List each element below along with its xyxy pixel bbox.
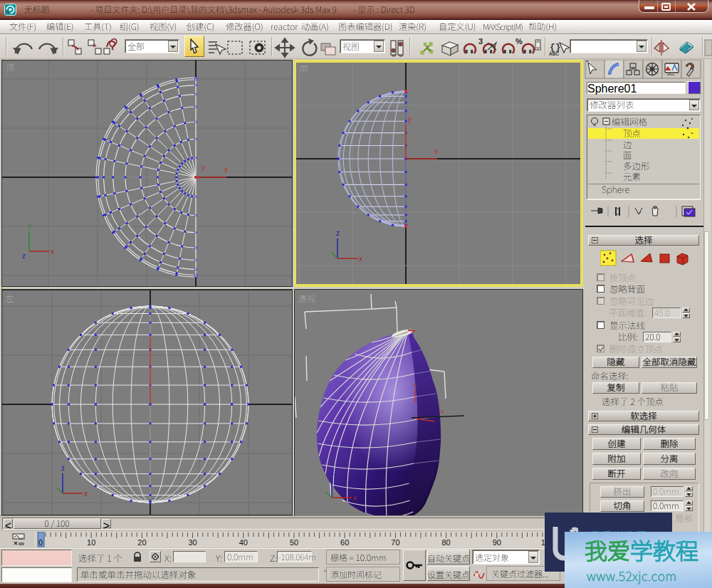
svg-text:x: x — [441, 408, 444, 415]
svg-text:30: 30 — [188, 538, 197, 547]
svg-text:50: 50 — [290, 538, 298, 547]
svg-text:x: x — [51, 248, 54, 256]
svg-text:z: z — [414, 382, 417, 389]
svg-text:y: y — [201, 164, 205, 172]
svg-text:x: x — [84, 490, 88, 498]
svg-text:z: z — [22, 252, 26, 260]
svg-text:x: x — [224, 166, 228, 174]
svg-text:10: 10 — [87, 538, 95, 547]
svg-text:x: x — [434, 147, 438, 155]
svg-text:70: 70 — [391, 538, 399, 547]
svg-text:x: x — [353, 494, 357, 502]
svg-text:90: 90 — [493, 538, 501, 547]
svg-text:z: z — [61, 464, 65, 472]
svg-text:60: 60 — [340, 538, 349, 547]
svg-text:20: 20 — [137, 538, 146, 547]
svg-text:80: 80 — [441, 538, 450, 547]
svg-text:0: 0 — [38, 538, 43, 547]
svg-text:z: z — [336, 229, 340, 237]
svg-text:x: x — [359, 255, 362, 263]
svg-text:y: y — [28, 222, 31, 230]
svg-text:40: 40 — [239, 538, 248, 547]
svg-text:3: 3 — [478, 37, 483, 46]
svg-text:y: y — [408, 115, 412, 123]
svg-text:z: z — [330, 468, 334, 476]
svg-text:ABC: ABC — [549, 51, 559, 56]
svg-text:%: % — [515, 37, 523, 46]
